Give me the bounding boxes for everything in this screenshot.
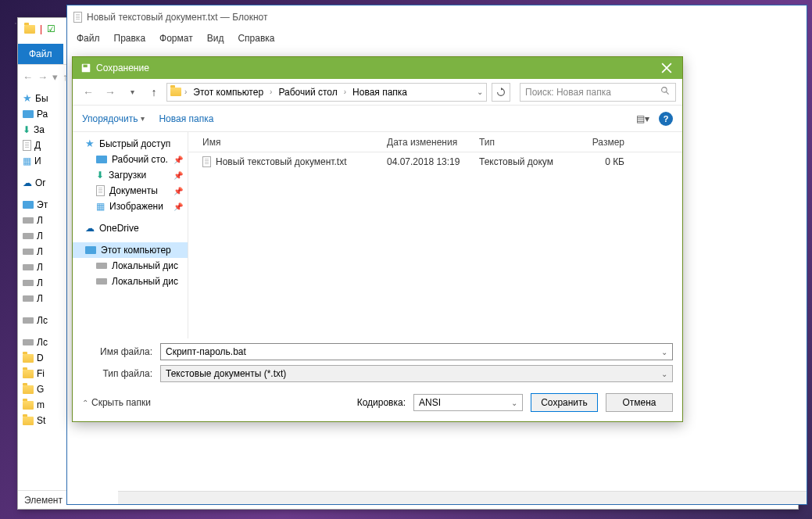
col-name[interactable]: Имя: [188, 137, 382, 148]
chevron-right-icon: ›: [184, 88, 187, 96]
folder-icon: [23, 401, 34, 410]
search-icon: [660, 86, 671, 98]
drive-icon: [23, 295, 34, 302]
search-placeholder: Поиск: Новая папка: [525, 87, 611, 98]
pin-icon: 📌: [173, 171, 183, 180]
help-button[interactable]: ?: [659, 112, 673, 126]
dialog-titlebar[interactable]: Сохранение: [73, 57, 682, 79]
star-icon: ★: [23, 92, 32, 104]
pin-icon: 📌: [173, 202, 183, 211]
pin-icon: 📌: [173, 187, 183, 195]
desktop-icon: [23, 110, 34, 118]
download-icon: ⬇: [96, 170, 104, 181]
chevron-up-icon: ⌃: [82, 399, 88, 407]
chevron-down-icon[interactable]: ⌄: [477, 88, 483, 96]
refresh-button[interactable]: [492, 83, 510, 102]
breadcrumb-thispc[interactable]: Этот компьютер: [190, 87, 266, 98]
menu-format[interactable]: Формат: [159, 33, 193, 44]
sidebar-local-disk-2[interactable]: Локальный дис: [73, 274, 188, 289]
nav-up[interactable]: ↑: [145, 83, 163, 102]
dialog-title-text: Сохранение: [96, 63, 149, 73]
explorer-sidebar-bg: ★Бы Ра ⬇За Д ▦И ☁Or Эт Л Л Л Л Л Л Лс Лс…: [18, 90, 69, 489]
folder-icon: [24, 25, 35, 34]
file-row[interactable]: Новый текстовый документ.txt 04.07.2018 …: [188, 152, 682, 171]
filename-input[interactable]: Скрипт-пароль.bat ⌄: [160, 343, 673, 360]
notepad-title-text: Новый текстовый документ.txt — Блокнот: [87, 12, 268, 23]
notepad-scrollbar[interactable]: [118, 491, 807, 504]
menu-file[interactable]: Файл: [77, 33, 100, 44]
sidebar-desktop[interactable]: Рабочий сто.📌: [73, 152, 188, 167]
notepad-icon: [73, 12, 82, 23]
folder-icon: [170, 88, 181, 96]
col-size[interactable]: Размер: [567, 137, 629, 148]
nav-recent[interactable]: ▾: [123, 83, 141, 102]
txt-file-icon: [202, 156, 211, 167]
close-icon: [661, 63, 672, 73]
address-bar[interactable]: › Этот компьютер › Рабочий стол › Новая …: [166, 83, 487, 102]
pin-icon: 📌: [173, 156, 183, 164]
dialog-bottom: Имя файла: Скрипт-пароль.bat ⌄ Тип файла…: [73, 338, 682, 421]
star-icon: ★: [85, 138, 95, 149]
sidebar-onedrive[interactable]: ☁OneDrive: [73, 220, 188, 236]
drive-icon: [96, 263, 107, 269]
breadcrumb-folder[interactable]: Новая папка: [349, 87, 410, 98]
folder-icon: [23, 354, 34, 363]
chevron-down-icon[interactable]: ⌄: [511, 399, 517, 407]
sidebar-pictures[interactable]: ▦Изображени📌: [73, 199, 188, 214]
notepad-titlebar: Новый текстовый документ.txt — Блокнот: [67, 5, 807, 29]
desktop-icon: [96, 156, 107, 163]
nav-forward: →: [101, 83, 120, 102]
sidebar-thispc[interactable]: Этот компьютер: [73, 242, 188, 258]
menu-edit[interactable]: Правка: [114, 33, 146, 44]
view-button[interactable]: ▤▾: [636, 113, 649, 124]
file-list[interactable]: Имя Дата изменения Тип Размер Новый текс…: [188, 132, 682, 338]
cancel-button[interactable]: Отмена: [606, 393, 673, 412]
folder-icon: [23, 370, 34, 378]
dialog-toolbar: Упорядочить▾ Новая папка ▤▾ ?: [73, 106, 682, 132]
filetype-label: Тип файла:: [82, 368, 152, 379]
refresh-icon: [495, 87, 506, 98]
encoding-label: Кодировка:: [357, 397, 406, 408]
folder-icon: [23, 385, 34, 394]
save-dialog: Сохранение ← → ▾ ↑ › Этот компьютер › Ра…: [72, 56, 683, 422]
chevron-right-icon: ›: [270, 88, 272, 96]
save-button[interactable]: Сохранить: [531, 393, 598, 412]
file-list-header[interactable]: Имя Дата изменения Тип Размер: [188, 132, 682, 152]
notepad-menubar[interactable]: Файл Правка Формат Вид Справка: [67, 29, 807, 48]
col-type[interactable]: Тип: [474, 137, 567, 148]
folder-icon: [23, 417, 34, 425]
ribbon-tab-file[interactable]: Файл: [18, 44, 63, 64]
sidebar-quick-access[interactable]: ★Быстрый доступ: [73, 135, 188, 152]
pictures-icon: ▦: [96, 201, 105, 212]
dialog-sidebar[interactable]: ★Быстрый доступ Рабочий сто.📌 ⬇Загрузки📌…: [73, 132, 188, 338]
col-date[interactable]: Дата изменения: [382, 137, 474, 148]
sidebar-downloads[interactable]: ⬇Загрузки📌: [73, 167, 188, 183]
breadcrumb-desktop[interactable]: Рабочий стол: [275, 87, 340, 98]
newfolder-button[interactable]: Новая папка: [159, 113, 213, 124]
sidebar-documents[interactable]: Документы📌: [73, 183, 188, 199]
chevron-down-icon[interactable]: ⌄: [661, 348, 667, 356]
drive-icon: [96, 278, 107, 285]
chevron-down-icon[interactable]: ⌄: [661, 370, 667, 378]
menu-view[interactable]: Вид: [207, 33, 224, 44]
svg-point-2: [662, 87, 667, 92]
save-icon: [80, 63, 91, 73]
hide-folders-link[interactable]: ⌃ Скрыть папки: [82, 397, 151, 408]
drive-icon: [23, 280, 34, 286]
drive-icon: [23, 317, 34, 324]
organize-button[interactable]: Упорядочить▾: [82, 113, 145, 124]
close-button[interactable]: [659, 60, 674, 76]
nav-back[interactable]: ←: [79, 83, 98, 102]
chevron-right-icon: ›: [344, 88, 346, 96]
drive-icon: [23, 249, 34, 255]
filetype-select[interactable]: Текстовые документы (*.txt) ⌄: [160, 365, 673, 382]
drive-icon: [23, 217, 34, 224]
encoding-select[interactable]: ANSI ⌄: [413, 394, 523, 411]
doc-icon: [96, 185, 105, 196]
menu-help[interactable]: Справка: [238, 33, 274, 44]
svg-rect-1: [84, 65, 88, 68]
search-input[interactable]: Поиск: Новая папка: [520, 83, 676, 102]
drive-icon: [23, 339, 34, 345]
sidebar-local-disk-1[interactable]: Локальный дис: [73, 258, 188, 274]
filename-label: Имя файла:: [82, 346, 152, 357]
